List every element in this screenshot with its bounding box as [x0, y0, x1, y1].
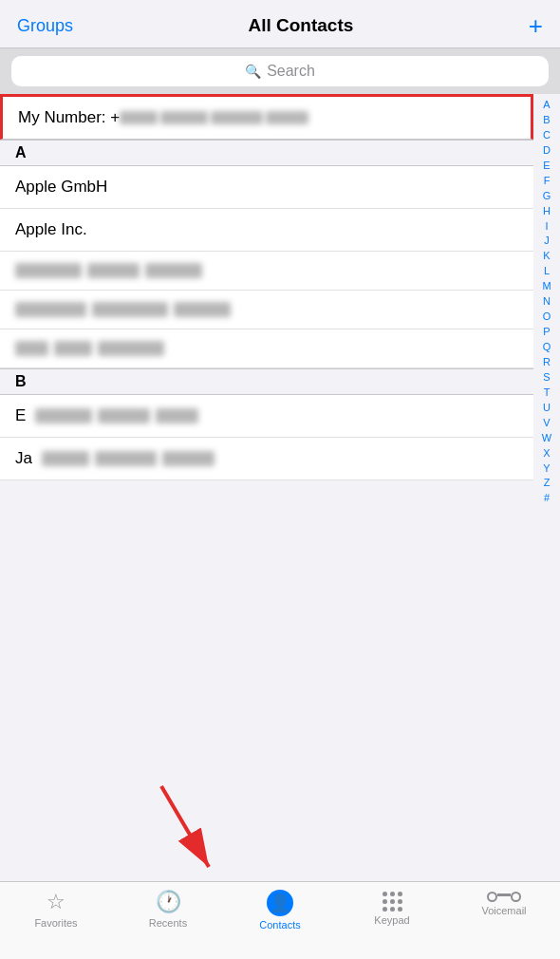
blurred-name-part — [98, 408, 150, 423]
my-number-label: My Number: + — [18, 108, 120, 127]
blurred-phone-2 — [160, 111, 208, 124]
tab-contacts[interactable]: 👤 Contacts — [224, 890, 336, 931]
tab-contacts-label: Contacts — [259, 919, 300, 931]
alpha-i[interactable]: I — [545, 219, 548, 235]
blurred-name-part — [42, 451, 89, 466]
alpha-o[interactable]: O — [543, 310, 551, 325]
search-bar[interactable]: 🔍 Search — [11, 56, 549, 86]
alpha-s[interactable]: S — [543, 370, 550, 385]
alpha-q[interactable]: Q — [543, 340, 551, 355]
alpha-r[interactable]: R — [543, 355, 551, 370]
list-item[interactable] — [0, 329, 533, 368]
alpha-hash[interactable]: # — [544, 491, 550, 506]
contact-name-blurred — [42, 451, 215, 466]
blurred-phone-1 — [120, 111, 158, 124]
my-number-value — [120, 111, 308, 124]
alpha-f[interactable]: F — [544, 174, 551, 189]
alpha-z[interactable]: Z — [544, 476, 551, 491]
list-item[interactable]: Apple Inc. — [0, 209, 533, 252]
blurred-name-part — [35, 408, 92, 423]
alpha-n[interactable]: N — [543, 294, 551, 310]
section-header-b: B — [0, 368, 533, 395]
alpha-h[interactable]: H — [543, 204, 551, 219]
recents-icon: 🕐 — [156, 890, 181, 914]
alpha-p[interactable]: P — [543, 325, 550, 340]
blurred-name-part — [145, 263, 202, 278]
blurred-phone-3 — [211, 111, 263, 124]
blurred-name-part — [54, 341, 92, 356]
blurred-name-part — [162, 451, 215, 466]
alpha-l[interactable]: L — [544, 264, 550, 279]
blurred-name-part — [15, 341, 48, 356]
list-item[interactable] — [0, 252, 533, 291]
alpha-e[interactable]: E — [543, 159, 550, 174]
blurred-name-part — [92, 302, 168, 317]
groups-button[interactable]: Groups — [17, 16, 73, 36]
alpha-x[interactable]: X — [543, 446, 550, 461]
alpha-b[interactable]: B — [543, 113, 550, 128]
tab-keypad-label: Keypad — [374, 914, 409, 926]
section-header-a: A — [0, 140, 533, 166]
alpha-j[interactable]: J — [544, 234, 550, 249]
page-title: All Contacts — [248, 15, 353, 36]
alphabet-sidebar: A B C D E F G H I J K L M N O P Q R S T … — [533, 94, 560, 867]
blurred-phone-4 — [266, 111, 308, 124]
tab-voicemail-label: Voicemail — [481, 905, 526, 916]
contact-name-blurred — [15, 341, 164, 356]
contact-initial: Ja — [15, 449, 32, 468]
tab-bar: ☆ Favorites 🕐 Recents 👤 Contacts Keypad — [0, 881, 560, 959]
blurred-name-part — [174, 302, 231, 317]
blurred-name-part — [15, 302, 86, 317]
contact-list: My Number: + A Apple GmbH Apple Inc. — [0, 94, 533, 867]
contact-name-blurred — [15, 263, 202, 278]
contacts-wrapper: My Number: + A Apple GmbH Apple Inc. — [0, 94, 560, 867]
alpha-k[interactable]: K — [543, 249, 550, 264]
voicemail-icon — [487, 892, 521, 902]
alpha-g[interactable]: G — [543, 189, 551, 204]
header: Groups All Contacts + — [0, 0, 560, 48]
tab-favorites[interactable]: ☆ Favorites — [0, 890, 112, 929]
tab-recents-label: Recents — [149, 917, 187, 929]
favorites-icon: ☆ — [47, 890, 65, 914]
contact-name-blurred — [35, 408, 198, 423]
alpha-y[interactable]: Y — [543, 461, 550, 477]
tab-voicemail[interactable]: Voicemail — [448, 890, 560, 916]
search-icon: 🔍 — [245, 64, 261, 79]
keypad-icon — [383, 892, 402, 912]
alpha-m[interactable]: M — [542, 279, 551, 294]
tab-favorites-label: Favorites — [34, 917, 77, 929]
blurred-name-part — [87, 263, 140, 278]
contacts-icon: 👤 — [267, 890, 293, 916]
search-bar-container: 🔍 Search — [0, 48, 560, 94]
blurred-name-part — [15, 263, 82, 278]
alpha-w[interactable]: W — [542, 431, 551, 446]
list-item[interactable] — [0, 291, 533, 329]
contact-name: Apple Inc. — [15, 220, 87, 239]
list-item[interactable]: Ja — [0, 438, 533, 480]
blurred-name-part — [95, 451, 157, 466]
search-placeholder: Search — [267, 63, 315, 80]
alpha-c[interactable]: C — [543, 128, 551, 143]
blurred-name-part — [156, 408, 198, 423]
list-item[interactable]: E — [0, 395, 533, 438]
alpha-u[interactable]: U — [543, 401, 551, 416]
alpha-t[interactable]: T — [544, 385, 551, 401]
alpha-a[interactable]: A — [543, 98, 550, 113]
contact-name-blurred — [15, 302, 231, 317]
tab-recents[interactable]: 🕐 Recents — [112, 890, 224, 929]
add-contact-button[interactable]: + — [529, 13, 543, 38]
tab-keypad[interactable]: Keypad — [336, 890, 448, 926]
list-item[interactable]: Apple GmbH — [0, 166, 533, 209]
blurred-name-part — [98, 341, 164, 356]
contact-name: Apple GmbH — [15, 178, 107, 197]
my-number-row[interactable]: My Number: + — [0, 94, 533, 140]
alpha-v[interactable]: V — [543, 416, 550, 431]
alpha-d[interactable]: D — [543, 143, 551, 159]
contact-initial: E — [15, 406, 26, 425]
